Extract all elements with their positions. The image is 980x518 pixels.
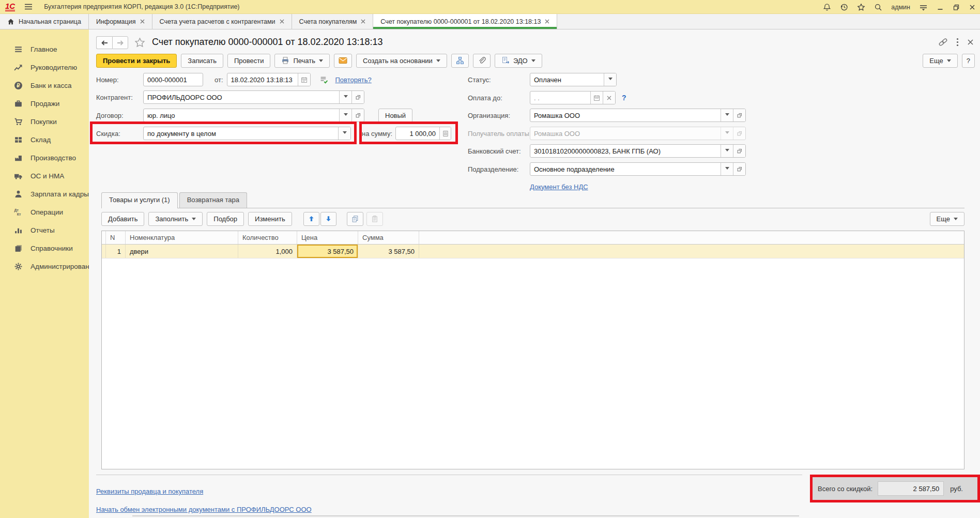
cell-sum[interactable]: 3 587,50 <box>358 245 419 258</box>
move-up-button[interactable] <box>303 212 319 226</box>
global-search-button[interactable] <box>874 3 882 11</box>
tab-close-icon[interactable] <box>545 19 549 24</box>
tab-home[interactable]: Начальная страница <box>0 14 89 29</box>
pay-until-help-link[interactable]: ? <box>622 94 626 102</box>
back-button[interactable] <box>96 36 112 49</box>
table-row[interactable]: 1 двери 1,000 3 587,50 3 587,50 <box>102 245 964 258</box>
close-form-button[interactable] <box>967 39 974 47</box>
document-structure-button[interactable] <box>451 54 469 68</box>
edo-button[interactable]: ЭДО <box>495 54 542 68</box>
forward-button[interactable] <box>112 36 128 49</box>
copy-button[interactable] <box>347 212 363 226</box>
counterparty-input[interactable]: ПРОФИЛЬДООРС ООО <box>143 90 364 104</box>
dropdown-button[interactable] <box>721 109 733 121</box>
post-button[interactable]: Провести <box>227 54 271 68</box>
tab-current-invoice[interactable]: Счет покупателю 0000-000001 от 18.02.202… <box>373 14 557 29</box>
sidebar-item-sales[interactable]: Продажи <box>0 95 89 113</box>
new-contract-button[interactable]: Новый <box>378 109 412 123</box>
dropdown-button[interactable] <box>339 91 351 103</box>
print-button[interactable]: Печать <box>274 54 330 68</box>
no-vat-link[interactable]: Документ без НДС <box>530 183 588 191</box>
open-button[interactable] <box>351 109 364 121</box>
save-button[interactable]: Записать <box>181 54 223 68</box>
current-user[interactable]: админ <box>891 4 910 11</box>
fill-button[interactable]: Заполнить <box>148 212 203 226</box>
sidebar-item-fixed-assets[interactable]: ОС и НМА <box>0 167 89 185</box>
pay-until-input[interactable]: . . <box>530 91 616 104</box>
sidebar-item-administration[interactable]: Администрирование <box>0 257 89 276</box>
sidebar-item-warehouse[interactable]: Склад <box>0 131 89 149</box>
tab-settlement-accounts[interactable]: Счета учета расчетов с контрагентами <box>152 14 292 29</box>
header-sum[interactable]: Сумма <box>358 231 419 244</box>
main-menu-button[interactable] <box>24 3 33 10</box>
start-edo-exchange-link[interactable]: Начать обмен электронными документами с … <box>96 506 312 513</box>
notifications-button[interactable] <box>823 3 831 11</box>
discount-sum-input[interactable]: 1 000,00 <box>395 127 451 140</box>
tab-goods-services[interactable]: Товары и услуги (1) <box>101 192 178 208</box>
sidebar-item-reports[interactable]: Отчеты <box>0 221 89 239</box>
favorites-button[interactable] <box>857 3 865 11</box>
pick-button[interactable]: Подбор <box>207 212 244 226</box>
department-select[interactable]: Основное подразделение <box>530 162 746 176</box>
tab-customer-invoices[interactable]: Счета покупателям <box>292 14 374 29</box>
add-row-button[interactable]: Добавить <box>101 212 144 226</box>
header-nomenclature[interactable]: Номенклатура <box>126 231 238 244</box>
history-button[interactable] <box>840 3 848 11</box>
tab-close-icon[interactable] <box>361 19 365 24</box>
date-input[interactable]: 18.02.2020 13:18:13 <box>227 73 311 86</box>
dropdown-button[interactable] <box>604 73 616 86</box>
number-input[interactable]: 0000-000001 <box>143 73 203 86</box>
sidebar-item-directories[interactable]: Справочники <box>0 239 89 257</box>
tab-close-icon[interactable] <box>280 19 284 24</box>
calculator-button[interactable] <box>439 127 451 140</box>
tab-close-icon[interactable] <box>140 19 145 24</box>
help-button[interactable]: ? <box>962 54 975 68</box>
sidebar-item-operations[interactable]: ДтКт Операции <box>0 203 89 221</box>
tab-returnable-packaging[interactable]: Возвратная тара <box>179 192 247 208</box>
create-based-on-button[interactable]: Создать на основании <box>356 54 447 68</box>
contract-input[interactable]: юр. лицо <box>143 109 364 122</box>
repeat-link[interactable]: Повторять? <box>335 76 372 84</box>
status-select[interactable]: Оплачен <box>530 73 617 86</box>
user-menu-button[interactable] <box>919 3 928 11</box>
get-link-button[interactable] <box>938 38 948 48</box>
close-window-button[interactable] <box>969 4 976 11</box>
add-favorite-star[interactable] <box>134 37 145 50</box>
dropdown-button[interactable] <box>721 163 733 175</box>
items-more-button[interactable]: Еще <box>930 212 964 226</box>
discount-select[interactable]: по документу в целом <box>143 127 351 140</box>
recurring-setup-button[interactable] <box>319 75 329 84</box>
more-button[interactable]: Еще <box>923 54 957 68</box>
open-button[interactable] <box>351 91 364 103</box>
send-email-button[interactable] <box>334 54 352 68</box>
open-button[interactable] <box>733 109 745 121</box>
header-quantity[interactable]: Количество <box>238 231 297 244</box>
bank-account-select[interactable]: 30101810200000000823, БАНК ГПБ (АО) <box>530 144 746 158</box>
header-price[interactable]: Цена <box>297 231 358 244</box>
edit-button[interactable]: Изменить <box>248 212 292 226</box>
sidebar-item-salary-hr[interactable]: Зарплата и кадры <box>0 185 89 203</box>
post-and-close-button[interactable]: Провести и закрыть <box>96 54 177 68</box>
cell-quantity[interactable]: 1,000 <box>238 245 297 258</box>
calendar-button[interactable] <box>298 73 310 86</box>
sidebar-item-bank-cash[interactable]: ₽ Банк и касса <box>0 77 89 95</box>
open-button[interactable] <box>733 145 745 157</box>
open-button[interactable] <box>733 163 745 175</box>
form-kebab-menu[interactable] <box>956 38 959 48</box>
clear-button[interactable] <box>603 92 615 104</box>
paste-button[interactable] <box>366 212 383 226</box>
organization-select[interactable]: Ромашка ООО <box>530 109 746 122</box>
move-down-button[interactable] <box>320 212 336 226</box>
restore-button[interactable] <box>953 4 960 11</box>
sidebar-item-manager[interactable]: Руководителю <box>0 58 89 77</box>
sidebar-item-production[interactable]: Производство <box>0 149 89 167</box>
sidebar-item-main[interactable]: Главное <box>0 40 89 58</box>
tab-information[interactable]: Информация <box>89 14 152 29</box>
sidebar-item-purchases[interactable]: Покупки <box>0 113 89 131</box>
cell-n[interactable]: 1 <box>106 245 126 258</box>
seller-buyer-details-link[interactable]: Реквизиты продавца и покупателя <box>96 487 203 495</box>
minimize-button[interactable] <box>937 4 944 11</box>
cell-price-selected[interactable]: 3 587,50 <box>297 245 358 258</box>
attachments-button[interactable] <box>473 54 491 68</box>
header-n[interactable]: N <box>106 231 126 244</box>
